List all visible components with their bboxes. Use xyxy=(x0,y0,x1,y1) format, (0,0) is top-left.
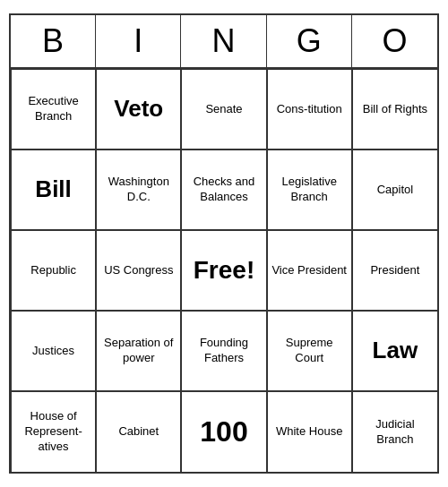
header-letter: I xyxy=(96,15,181,67)
bingo-cell: Free! xyxy=(181,230,266,311)
bingo-cell: Cabinet xyxy=(96,391,181,472)
bingo-grid: Executive BranchVetoSenateCons-titutionB… xyxy=(11,69,437,472)
bingo-cell: Executive Branch xyxy=(11,69,96,150)
bingo-cell: US Congress xyxy=(96,230,181,311)
header-letter: O xyxy=(352,15,437,67)
bingo-cell: Law xyxy=(352,311,437,391)
bingo-cell: Bill of Rights xyxy=(352,69,437,150)
bingo-cell: Washington D.C. xyxy=(96,150,181,230)
bingo-cell: Veto xyxy=(96,69,181,150)
bingo-cell: Capitol xyxy=(352,150,437,230)
bingo-header: BINGO xyxy=(11,15,437,69)
bingo-cell: House of Represent-atives xyxy=(11,391,96,472)
bingo-cell: Judicial Branch xyxy=(352,391,437,472)
bingo-cell: White House xyxy=(267,391,352,472)
bingo-cell: Checks and Balances xyxy=(181,150,266,230)
bingo-cell: Vice President xyxy=(267,230,352,311)
bingo-cell: Separation of power xyxy=(96,311,181,391)
header-letter: N xyxy=(181,15,266,67)
bingo-cell: Cons-titution xyxy=(267,69,352,150)
bingo-cell: Supreme Court xyxy=(267,311,352,391)
bingo-cell: Legislative Branch xyxy=(267,150,352,230)
bingo-cell: Republic xyxy=(11,230,96,311)
bingo-cell: Founding Fathers xyxy=(181,311,266,391)
bingo-cell: President xyxy=(352,230,437,311)
bingo-card: BINGO Executive BranchVetoSenateCons-tit… xyxy=(9,13,439,474)
bingo-cell: Justices xyxy=(11,311,96,391)
bingo-cell: 100 xyxy=(181,391,266,472)
header-letter: B xyxy=(11,15,96,67)
header-letter: G xyxy=(267,15,352,67)
bingo-cell: Bill xyxy=(11,150,96,230)
bingo-cell: Senate xyxy=(181,69,266,150)
